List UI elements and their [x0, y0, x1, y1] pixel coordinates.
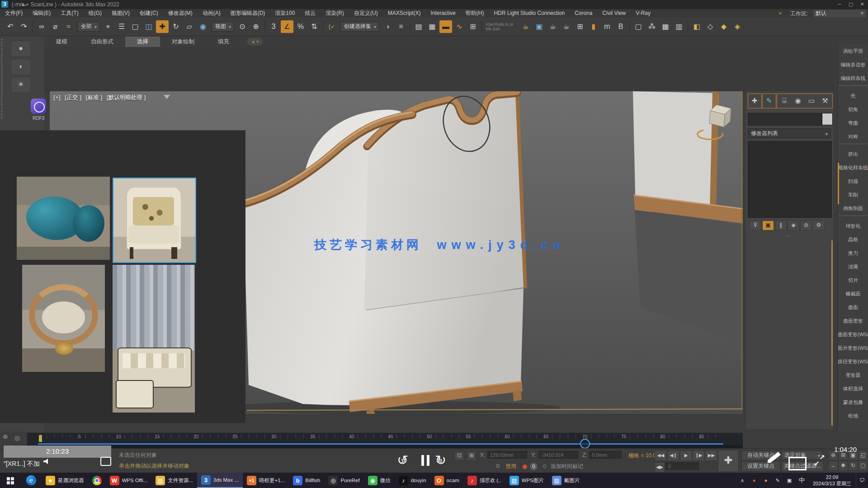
- workspace-dropdown[interactable]: 默认▼: [812, 9, 867, 18]
- ref-image-beige-armchair-selected[interactable]: [113, 178, 196, 263]
- plugin-b-icon[interactable]: [614, 20, 627, 33]
- edit-named-selection-sets-icon[interactable]: [326, 20, 338, 33]
- percent-snap-toggle-icon[interactable]: [294, 20, 307, 33]
- taskbar-item[interactable]: +1唔框更+1...: [243, 473, 289, 488]
- window-crossing-toggle-icon[interactable]: [142, 20, 155, 33]
- taskbar-item[interactable]: WWPS Offi...: [106, 473, 152, 488]
- display-tab-icon[interactable]: [806, 95, 817, 107]
- select-and-manipulate-icon[interactable]: [250, 20, 262, 33]
- modifier-button[interactable]: 路径变形(WSM): [838, 355, 868, 368]
- modifier-button[interactable]: 涟漪: [838, 260, 868, 273]
- ref-image-curved-wood-bench[interactable]: [22, 265, 105, 372]
- modifier-button[interactable]: 弯曲: [838, 116, 868, 130]
- create-tab-icon[interactable]: [749, 95, 760, 107]
- modifier-button[interactable]: 晶格: [838, 233, 868, 246]
- curve-editor-icon[interactable]: [453, 20, 466, 33]
- reference-coordinate-dropdown[interactable]: 视图▼: [212, 22, 234, 32]
- menu-item[interactable]: 工具(T): [56, 9, 83, 17]
- modifier-button[interactable]: 球形化: [838, 219, 868, 233]
- start-button[interactable]: [0, 473, 21, 488]
- hierarchy-tab-icon[interactable]: [778, 95, 790, 107]
- menu-item[interactable]: 图形编辑器(D): [226, 9, 270, 17]
- notification-center-icon[interactable]: [856, 473, 868, 488]
- object-name-field[interactable]: [748, 113, 822, 126]
- screen-capture-monitor-icon[interactable]: [788, 457, 807, 470]
- select-by-name-icon[interactable]: [115, 20, 128, 33]
- align-icon[interactable]: [395, 20, 407, 33]
- pan-view-icon[interactable]: [838, 461, 848, 471]
- field-of-view-icon[interactable]: [828, 461, 838, 471]
- menu-item[interactable]: Interactive: [425, 10, 460, 16]
- play-animation-button[interactable]: [680, 450, 692, 461]
- ref-image-living-room[interactable]: [113, 265, 195, 413]
- menu-item[interactable]: 修改器(M): [163, 9, 198, 17]
- material-editor-icon[interactable]: [519, 20, 532, 33]
- pause-button[interactable]: [421, 455, 429, 466]
- taskbar-item[interactable]: [88, 473, 106, 488]
- cylinder-tool-icon[interactable]: [11, 59, 31, 75]
- modifier-button[interactable]: 松弛: [838, 409, 868, 422]
- mirror-icon[interactable]: [381, 20, 394, 33]
- taskbar-item[interactable]: ◉微信: [364, 473, 395, 488]
- render-setup-icon[interactable]: [533, 20, 546, 33]
- taskbar-item[interactable]: 33ds Max ...: [197, 473, 243, 488]
- minimize-ribbon-button[interactable]: ▲ ▾: [247, 38, 263, 45]
- menu-item[interactable]: MAXScript(X): [383, 10, 426, 16]
- unlink-selection-icon[interactable]: [49, 20, 61, 33]
- close-button[interactable]: ✕: [857, 0, 868, 8]
- next-frame-button[interactable]: [693, 450, 705, 461]
- motion-tab-icon[interactable]: [792, 95, 804, 107]
- forward-30-button[interactable]: 30: [435, 452, 446, 468]
- modifier-button[interactable]: 编辑多边形: [838, 58, 868, 71]
- modifier-button[interactable]: 横截面: [838, 287, 868, 300]
- menu-item[interactable]: Civil View: [598, 10, 631, 16]
- ribbon-tab[interactable]: 对象绘制: [160, 37, 206, 47]
- plugin-cube-a-icon[interactable]: [690, 20, 703, 33]
- bind-to-space-warp-icon[interactable]: [62, 20, 75, 33]
- tray-red-app-icon[interactable]: [750, 476, 758, 484]
- undo-button[interactable]: [4, 20, 17, 33]
- minimize-button[interactable]: ─: [834, 0, 845, 8]
- selection-lock-toggle-icon[interactable]: [467, 451, 476, 461]
- pin-stack-icon[interactable]: [750, 221, 761, 230]
- menu-item[interactable]: 渲染100: [270, 9, 300, 17]
- make-unique-icon[interactable]: [788, 221, 799, 230]
- rollout-grip-icon[interactable]: ⋯: [786, 233, 792, 239]
- taskbar-item[interactable]: ▨戴图片: [548, 473, 584, 488]
- orbit-center-icon[interactable]: [14, 434, 20, 441]
- modifier-button[interactable]: 曲面变形: [838, 314, 868, 328]
- configure-modifier-sets-icon[interactable]: [813, 221, 825, 230]
- select-and-scale-icon[interactable]: [183, 20, 196, 33]
- plugin-cube-b-icon[interactable]: [704, 20, 717, 33]
- modifier-button[interactable]: 对称: [838, 130, 868, 143]
- modifier-button[interactable]: 规格化样条线: [838, 161, 868, 174]
- menu-item[interactable]: 动画(A): [198, 9, 226, 17]
- menu-item[interactable]: 帮助(H): [461, 9, 489, 17]
- viewport-canvas-icon[interactable]: [673, 20, 685, 33]
- modifier-button[interactable]: 扫描: [838, 174, 868, 188]
- menu-overflow-chevrons[interactable]: »: [778, 9, 781, 16]
- modifier-button[interactable]: 推力: [838, 246, 868, 260]
- snap-target-icon[interactable]: [3, 433, 8, 440]
- taskbar-item[interactable]: ▨文件资源...: [151, 473, 197, 488]
- coord-x-field[interactable]: 129.03mm: [487, 451, 527, 459]
- taskbar-item[interactable]: bBillfish: [289, 473, 324, 488]
- coord-y-field[interactable]: -3410.924: [538, 451, 578, 459]
- go-to-start-button[interactable]: [655, 450, 667, 461]
- viewport-menu-standard[interactable]: [标准 ]: [85, 94, 102, 101]
- modify-tab-icon[interactable]: [763, 95, 775, 107]
- taskbar-item[interactable]: ◎PureRef: [324, 473, 363, 488]
- tray-orange-app-icon[interactable]: [762, 476, 770, 484]
- lock-stack-icon[interactable]: [762, 221, 774, 230]
- per-view-preference-funnel-icon[interactable]: [164, 95, 170, 99]
- previous-frame-button[interactable]: [667, 450, 679, 461]
- tray-expand-icon[interactable]: [738, 476, 746, 484]
- key-mode-toggle-icon[interactable]: [655, 462, 665, 473]
- object-color-swatch[interactable]: [822, 113, 833, 125]
- add-time-tag[interactable]: 添加时间标记: [551, 463, 583, 470]
- modifier-button[interactable]: 面片变形(WSM): [838, 341, 868, 355]
- toggle-ribbon-icon[interactable]: [439, 20, 452, 33]
- menu-item[interactable]: 渲染(R): [321, 9, 349, 17]
- grid-tool-icon[interactable]: [659, 20, 672, 33]
- schematic-view-icon[interactable]: [467, 20, 479, 33]
